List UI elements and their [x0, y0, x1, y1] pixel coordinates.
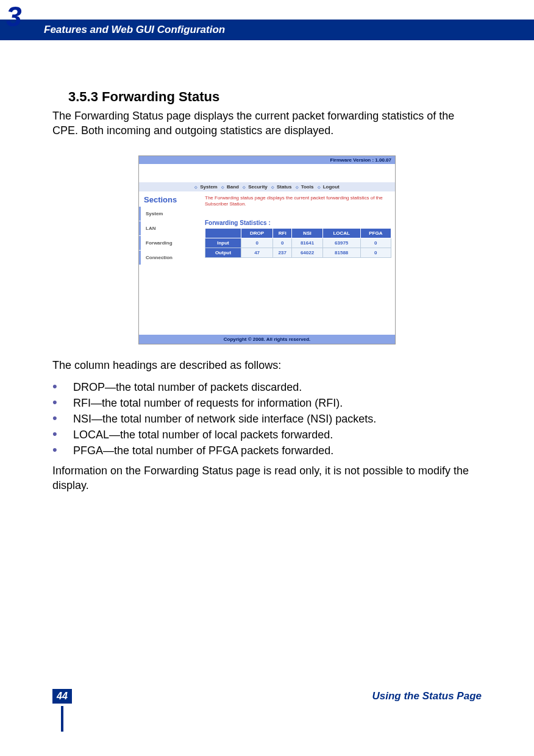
cell: 81641 — [292, 238, 322, 248]
table-row: Input 0 0 81641 63975 0 — [205, 238, 391, 248]
cell: 81588 — [322, 248, 360, 258]
forwarding-statistics-table: DROP RFI NSI LOCAL PFGA Input 0 0 81641 … — [205, 228, 391, 258]
menu-item[interactable]: Security — [248, 184, 268, 190]
logo-band — [139, 164, 395, 182]
menu-item[interactable]: Logout — [323, 184, 340, 190]
cell: 64022 — [292, 248, 322, 258]
table-row: Output 47 237 64022 81588 0 — [205, 248, 391, 258]
bullet-icon: • — [52, 397, 73, 410]
cell: 63975 — [322, 238, 360, 248]
table-title: Forwarding Statistics : — [205, 219, 391, 226]
page-description: The Forwarding status page displays the … — [205, 195, 391, 208]
header-bar: Features and Web GUI Configuration — [0, 20, 534, 40]
main-pane: The Forwarding status page displays the … — [200, 191, 395, 335]
chapter-number: 3 — [6, 0, 22, 33]
sidebar-item-connection[interactable]: Connection — [139, 251, 200, 265]
bullet-icon: • — [52, 413, 73, 426]
menu-item[interactable]: System — [200, 184, 217, 190]
cell: 0 — [360, 248, 391, 258]
page-footer: 44 Using the Status Page — [0, 689, 534, 732]
footer-accent-bar — [61, 706, 534, 732]
list-item: PFGA—the total number of PFGA packets fo… — [73, 444, 333, 457]
sidebar-item-system[interactable]: System — [139, 207, 200, 221]
diamond-icon: ◇ — [194, 185, 198, 189]
menu-item[interactable]: Tools — [301, 184, 314, 190]
menu-item[interactable]: Status — [277, 184, 291, 190]
columns-intro: The column headings are described as fol… — [52, 358, 482, 373]
diamond-icon: ◇ — [271, 185, 274, 189]
cell: 47 — [241, 248, 272, 258]
col-rfi: RFI — [273, 229, 292, 238]
screenshot-footer: Copyright © 2008. All rights reserved. — [139, 335, 395, 344]
header-title: Features and Web GUI Configuration — [44, 24, 225, 36]
bullet-icon: • — [52, 444, 73, 457]
footer-title: Using the Status Page — [72, 690, 482, 702]
cell: 0 — [273, 238, 292, 248]
bullet-icon: • — [52, 381, 73, 394]
sidebar-item-forwarding[interactable]: Forwarding — [139, 236, 200, 250]
diamond-icon: ◇ — [243, 185, 246, 189]
intro-paragraph: The Forwarding Status page displays the … — [52, 109, 482, 138]
firmware-bar: Firmware Version : 1.00.07 — [139, 156, 395, 164]
section-heading: 3.5.3 Forwarding Status — [68, 89, 482, 105]
sidebar-item-lan[interactable]: LAN — [139, 221, 200, 235]
diamond-icon: ◇ — [318, 185, 321, 189]
menu-item[interactable]: Band — [227, 184, 239, 190]
top-menu: ◇System ◇Band ◇Security ◇Status ◇Tools ◇… — [139, 182, 395, 191]
cell: 0 — [360, 238, 391, 248]
page-number: 44 — [52, 689, 72, 704]
row-label-output: Output — [205, 248, 241, 258]
closing-paragraph: Information on the Forwarding Status pag… — [52, 463, 482, 493]
col-blank — [205, 229, 241, 238]
col-pfga: PFGA — [360, 229, 391, 238]
sidebar-title: Sections — [139, 191, 200, 207]
sidebar: Sections System LAN Forwarding Connectio… — [139, 191, 200, 335]
cell: 0 — [241, 238, 272, 248]
column-descriptions-list: •DROP—the total number of packets discar… — [52, 381, 482, 457]
list-item: RFI—the total number of requests for inf… — [73, 397, 343, 410]
cell: 237 — [273, 248, 292, 258]
list-item: LOCAL—the total number of local packets … — [73, 429, 333, 441]
col-drop: DROP — [241, 229, 272, 238]
col-nsi: NSI — [292, 229, 322, 238]
diamond-icon: ◇ — [221, 185, 224, 189]
list-item: DROP—the total number of packets discard… — [73, 381, 302, 394]
embedded-screenshot: Firmware Version : 1.00.07 ◇System ◇Band… — [138, 155, 396, 344]
list-item: NSI—the total number of network side int… — [73, 413, 376, 426]
row-label-input: Input — [205, 238, 241, 248]
bullet-icon: • — [52, 429, 73, 441]
col-local: LOCAL — [322, 229, 360, 238]
diamond-icon: ◇ — [296, 185, 299, 189]
